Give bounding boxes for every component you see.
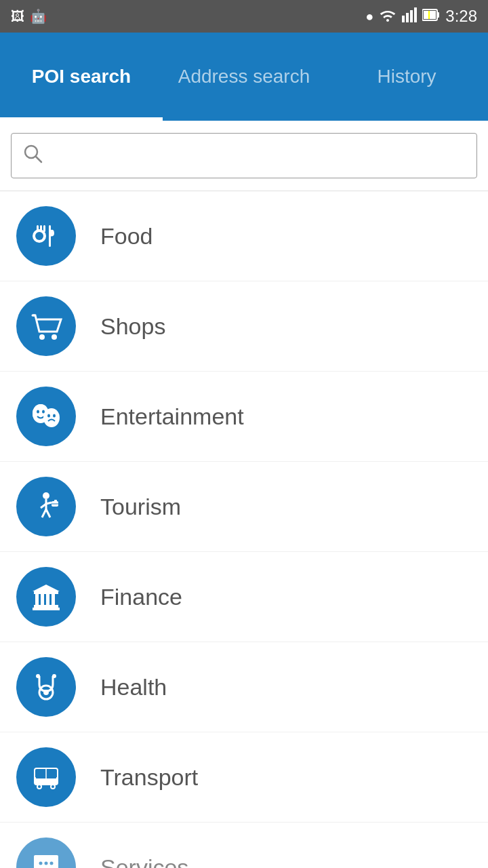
svg-point-18 xyxy=(52,334,57,340)
tourism-icon-circle xyxy=(16,477,76,536)
finance-icon xyxy=(28,579,64,614)
svg-rect-41 xyxy=(46,594,49,605)
svg-point-23 xyxy=(37,410,39,414)
battery-icon xyxy=(422,7,440,26)
svg-point-11 xyxy=(35,232,43,240)
svg-rect-39 xyxy=(35,594,39,605)
services-icon xyxy=(28,850,64,868)
health-icon xyxy=(28,669,64,705)
entertainment-label: Entertainment xyxy=(100,403,244,430)
list-item[interactable]: Tourism xyxy=(0,462,488,552)
svg-rect-1 xyxy=(406,13,409,22)
svg-point-47 xyxy=(36,674,40,678)
signal-icon xyxy=(402,7,417,26)
svg-point-28 xyxy=(43,492,49,499)
food-icon xyxy=(28,218,64,254)
svg-rect-5 xyxy=(437,12,439,18)
entertainment-icon-circle xyxy=(16,387,76,446)
svg-point-62 xyxy=(50,862,54,865)
svg-point-58 xyxy=(38,785,41,788)
svg-rect-43 xyxy=(34,605,58,608)
svg-line-32 xyxy=(42,509,46,517)
entertainment-icon xyxy=(28,399,64,434)
tab-address[interactable]: Address search xyxy=(163,33,325,121)
shops-icon-circle xyxy=(16,296,76,356)
svg-rect-2 xyxy=(410,10,413,22)
services-icon-circle xyxy=(16,837,76,868)
svg-point-24 xyxy=(42,410,45,414)
transport-icon xyxy=(28,760,64,795)
list-item[interactable]: Services xyxy=(0,823,488,868)
health-icon-circle xyxy=(16,657,76,717)
svg-point-27 xyxy=(53,414,56,418)
search-container xyxy=(0,121,488,191)
tab-history[interactable]: History xyxy=(325,33,488,121)
search-icon xyxy=(22,143,43,168)
tab-poi[interactable]: POI search xyxy=(0,33,163,121)
category-list: Food Shops xyxy=(0,191,488,868)
svg-point-61 xyxy=(45,862,48,865)
shops-label: Shops xyxy=(100,313,165,340)
svg-rect-53 xyxy=(50,780,56,783)
wifi-icon xyxy=(379,7,396,26)
tourism-label: Tourism xyxy=(100,494,181,520)
status-icons-left: 🖼 🤖 xyxy=(11,8,47,24)
svg-point-26 xyxy=(47,414,50,418)
status-icons-right: ● 3:28 xyxy=(365,7,477,26)
location-icon: ● xyxy=(365,9,373,24)
svg-rect-38 xyxy=(34,591,58,594)
list-item[interactable]: Shops xyxy=(0,281,488,372)
svg-point-17 xyxy=(39,334,45,340)
svg-point-25 xyxy=(43,408,60,427)
search-box xyxy=(11,133,477,178)
food-icon-circle xyxy=(16,206,76,266)
transport-label: Transport xyxy=(100,764,198,791)
svg-rect-36 xyxy=(54,500,57,502)
svg-rect-42 xyxy=(52,594,55,605)
svg-point-59 xyxy=(52,785,54,788)
svg-line-31 xyxy=(46,502,52,504)
android-icon: 🤖 xyxy=(30,8,47,24)
svg-rect-52 xyxy=(37,780,42,783)
list-item[interactable]: Finance xyxy=(0,552,488,642)
status-bar: 🖼 🤖 ● 3:28 xyxy=(0,0,488,33)
shops-icon xyxy=(28,309,64,344)
finance-icon-circle xyxy=(16,567,76,627)
svg-rect-40 xyxy=(41,594,44,605)
list-item[interactable]: Health xyxy=(0,642,488,732)
tourism-icon xyxy=(28,489,64,524)
list-item[interactable]: Food xyxy=(0,191,488,281)
tab-bar: POI search Address search History xyxy=(0,33,488,121)
svg-line-9 xyxy=(36,157,41,162)
health-label: Health xyxy=(100,674,167,701)
svg-rect-55 xyxy=(56,777,58,783)
image-icon: 🖼 xyxy=(11,9,24,24)
list-item[interactable]: Entertainment xyxy=(0,372,488,462)
svg-rect-15 xyxy=(38,231,45,232)
transport-icon-circle xyxy=(16,747,76,807)
services-label: Services xyxy=(100,854,188,869)
svg-marker-37 xyxy=(33,585,60,591)
finance-label: Finance xyxy=(100,584,182,610)
svg-line-33 xyxy=(46,509,50,517)
svg-point-60 xyxy=(39,862,43,865)
food-label: Food xyxy=(100,223,153,250)
search-input[interactable] xyxy=(52,145,466,166)
clock: 3:28 xyxy=(445,7,477,26)
svg-rect-3 xyxy=(414,7,417,22)
svg-rect-44 xyxy=(33,608,60,610)
svg-point-48 xyxy=(52,674,56,678)
svg-rect-0 xyxy=(402,16,405,22)
list-item[interactable]: Transport xyxy=(0,732,488,823)
svg-rect-54 xyxy=(34,777,36,783)
